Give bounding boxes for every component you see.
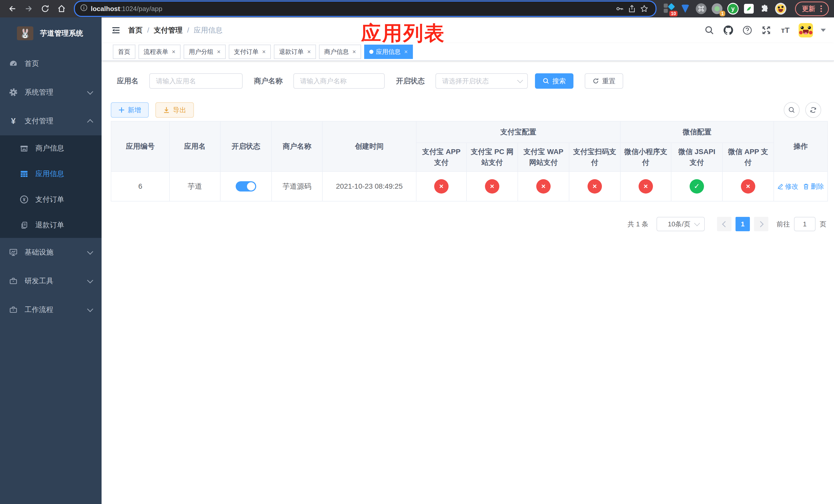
browser-menu-icon[interactable] (820, 5, 822, 12)
chevron-down-icon (87, 277, 93, 283)
reset-button[interactable]: 重置 (585, 73, 623, 89)
merchant-name-input[interactable] (293, 73, 385, 89)
tab-refund-orders[interactable]: 退款订单× (274, 45, 316, 59)
show-search-toggle-button[interactable] (784, 102, 799, 118)
sidebar-item-dev-tools[interactable]: 研发工具 (0, 267, 102, 295)
reload-icon[interactable] (38, 2, 52, 16)
group-alipay-config: 支付宝配置 (416, 121, 620, 143)
back-icon[interactable] (5, 2, 20, 16)
sidebar-item-home[interactable]: 首页 (0, 49, 102, 78)
cell-enabled (220, 171, 271, 201)
dashboard-icon (9, 59, 18, 68)
col-app-id: 应用编号 (111, 121, 170, 171)
user-avatar[interactable] (798, 23, 813, 38)
delete-link[interactable]: 删除 (803, 182, 824, 191)
filter-form: 应用名 商户名称 开启状态 请选择开启状态 (117, 73, 827, 89)
bookmark-star-icon[interactable] (638, 3, 650, 15)
search-button[interactable]: 搜索 (535, 73, 573, 89)
font-size-icon[interactable]: тT (780, 25, 791, 36)
wechat-app-status-icon: × (741, 179, 755, 193)
chevron-down-icon (87, 306, 93, 312)
tab-pay-orders[interactable]: 支付订单× (229, 45, 271, 59)
update-button[interactable]: 更新 (795, 2, 829, 16)
close-icon[interactable]: × (404, 48, 408, 55)
sidebar-item-refund-orders[interactable]: 退款订单 (0, 212, 102, 238)
profile-avatar-icon[interactable] (775, 3, 786, 14)
sidebar-item-payment[interactable]: ¥ 支付管理 (0, 107, 102, 135)
extension-command-icon[interactable] (696, 3, 707, 14)
export-button[interactable]: 导出 (155, 102, 194, 118)
chevron-down-icon (517, 77, 523, 83)
extension-kite-icon[interactable] (680, 3, 691, 14)
close-icon[interactable]: × (217, 48, 221, 55)
extension-y-icon[interactable]: y (727, 3, 739, 14)
tab-process-form[interactable]: 流程表单× (138, 45, 180, 59)
sidebar-item-workflow[interactable]: 工作流程 (0, 295, 102, 324)
tab-app-info[interactable]: 应用信息× (364, 45, 413, 59)
close-icon[interactable]: × (262, 48, 266, 55)
breadcrumb: 首页 / 支付管理 / 应用信息 (128, 25, 223, 35)
sidebar-item-system[interactable]: 系统管理 (0, 78, 102, 107)
forward-icon[interactable] (22, 2, 36, 16)
sidebar-item-merchant-info[interactable]: 商户信息 (0, 135, 102, 161)
svg-text:¥: ¥ (23, 197, 26, 202)
sidebar-item-app-info[interactable]: 应用信息 (0, 161, 102, 187)
page-number-1[interactable]: 1 (736, 217, 750, 231)
extension-doc-icon[interactable] (743, 3, 754, 14)
share-icon[interactable] (626, 3, 638, 15)
chevron-down-icon (694, 221, 700, 226)
sidebar-toggle-icon[interactable] (107, 21, 125, 40)
tab-home[interactable]: 首页 (113, 45, 135, 59)
tabs-bar: 首页 流程表单× 用户分组× 支付订单× 退款订单× 商户信息× 应用信息× (102, 43, 834, 61)
goto-page-input[interactable] (794, 217, 815, 231)
extensions-area: 10 1 y (664, 2, 829, 16)
enabled-switch[interactable] (236, 181, 256, 191)
avatar-caret-icon[interactable] (821, 29, 826, 32)
edit-link[interactable]: 修改 (777, 182, 798, 191)
app-table: 应用编号 应用名 开启状态 商户名称 创建时间 支付宝配置 微信配置 操作 支付… (111, 121, 828, 202)
extensions-puzzle-icon[interactable] (759, 3, 770, 14)
col-app-name: 应用名 (170, 121, 220, 171)
app-header: 首页 / 支付管理 / 应用信息 应用列表 (102, 18, 834, 43)
header-actions: тT (704, 23, 826, 38)
breadcrumb-payment[interactable]: 支付管理 (154, 25, 182, 35)
fullscreen-icon[interactable] (761, 25, 772, 36)
app-name-input[interactable] (149, 73, 243, 89)
total-count: 共 1 条 (628, 220, 648, 229)
col-alipay-app: 支付宝 APP 支付 (416, 143, 466, 171)
page-size-select[interactable]: 10条/页 (657, 217, 705, 231)
next-page-button[interactable] (754, 217, 768, 231)
sidebar-item-infrastructure[interactable]: 基础设施 (0, 238, 102, 267)
alipay-qr-status-icon: × (588, 179, 602, 193)
url-bar[interactable]: localhost:1024/pay/app (74, 1, 657, 17)
extension-blue-diamond-icon[interactable]: 10 (664, 3, 675, 14)
wechat-jsapi-status-icon: ✓ (689, 179, 704, 193)
tab-merchant-info[interactable]: 商户信息× (319, 45, 361, 59)
url-text[interactable]: localhost:1024/pay/app (91, 5, 613, 13)
sidebar-logo[interactable]: 🐰 芋道管理系统 (0, 21, 102, 46)
home-icon[interactable] (54, 2, 69, 16)
enable-status-select[interactable]: 请选择开启状态 (436, 73, 528, 89)
help-icon[interactable] (742, 25, 753, 36)
github-icon[interactable] (723, 25, 734, 36)
toolbox-icon (9, 305, 18, 314)
extension-recorder-icon[interactable]: 1 (711, 3, 723, 14)
close-icon[interactable]: × (307, 48, 311, 55)
site-info-icon[interactable] (80, 4, 88, 14)
table-row: 6 芋道 芋道源码 2021-10-23 08:49:25 × × × × × (111, 171, 828, 201)
refresh-button[interactable] (805, 102, 821, 118)
col-enabled: 开启状态 (220, 121, 271, 171)
close-icon[interactable]: × (172, 48, 175, 55)
yen-circle-icon: ¥ (20, 195, 29, 204)
prev-page-button[interactable] (717, 217, 731, 231)
close-icon[interactable]: × (352, 48, 356, 55)
tab-user-group[interactable]: 用户分组× (184, 45, 226, 59)
col-wechat-app: 微信 APP 支付 (722, 143, 774, 171)
password-key-icon[interactable] (613, 3, 626, 15)
main: 首页 / 支付管理 / 应用信息 应用列表 (102, 18, 834, 504)
add-button[interactable]: 新增 (111, 102, 149, 118)
sidebar-item-pay-orders[interactable]: ¥ 支付订单 (0, 187, 102, 212)
chevron-down-icon (87, 248, 93, 255)
breadcrumb-home[interactable]: 首页 (128, 25, 142, 35)
search-icon[interactable] (704, 25, 715, 36)
